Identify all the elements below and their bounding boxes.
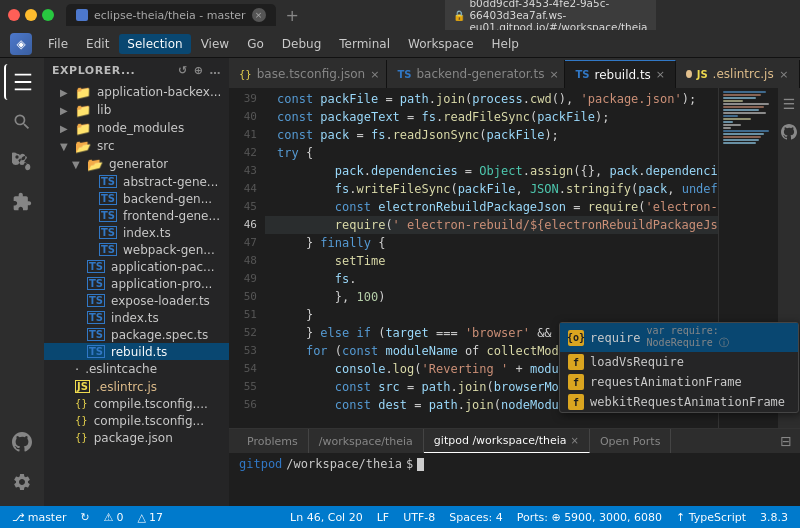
maximize-button[interactable] [42, 9, 54, 21]
status-errors[interactable]: ⚠ 0 [100, 506, 128, 528]
menu-item-debug[interactable]: Debug [274, 34, 329, 54]
tree-item-expose-loader[interactable]: ▶ TS expose-loader.ts [44, 292, 229, 309]
tree-item-label: src [97, 139, 115, 153]
chevron-right-icon: ▶ [60, 105, 72, 116]
tab-base-tsconfig[interactable]: {} base.tsconfig.json × [229, 60, 387, 88]
status-ts-version[interactable]: 3.8.3 [756, 506, 792, 528]
tree-item-label: application-backex... [97, 85, 221, 99]
tree-item-frontend-gen[interactable]: ▶ TS frontend-gene... [44, 207, 229, 224]
panel-tab-ports[interactable]: Open Ports [590, 429, 671, 453]
status-warnings[interactable]: △ 17 [134, 506, 167, 528]
menu-item-view[interactable]: View [193, 34, 237, 54]
tab-close-button[interactable]: × [252, 8, 266, 22]
tree-item-compile1[interactable]: ▶ {} compile.tsconfig.... [44, 395, 229, 412]
menu-item-file[interactable]: File [40, 34, 76, 54]
tab-eslintrc[interactable]: JS .eslintrc.js × [676, 60, 800, 88]
terminal-slash: /workspace/theia [286, 457, 402, 471]
minimap-line [723, 142, 756, 144]
editor-tabs: {} base.tsconfig.json × TS backend-gener… [229, 58, 800, 88]
tree-item-lib[interactable]: ▶ 📁 lib [44, 101, 229, 119]
line-num-54: 54 [229, 360, 257, 378]
tree-item-package-json[interactable]: ▶ {} package.json [44, 429, 229, 446]
line-num-55: 55 [229, 378, 257, 396]
tab-rebuild[interactable]: TS rebuild.ts × [565, 60, 675, 88]
tree-item-eslintrc[interactable]: ▶ JS .eslintrc.js [44, 378, 229, 395]
code-line-46: require(' electron-rebuild/${electronReb… [265, 216, 718, 234]
ts-icon: TS [99, 192, 117, 205]
status-spaces[interactable]: Spaces: 4 [445, 506, 506, 528]
menu-item-go[interactable]: Go [239, 34, 272, 54]
activity-source-control[interactable] [4, 144, 40, 180]
terminal-dollar: $ [406, 457, 413, 471]
tree-item-rebuild[interactable]: ▶ TS rebuild.ts [44, 343, 229, 360]
ac-item-load-vs-require[interactable]: f loadVsRequire [560, 352, 798, 372]
tree-item-label: generator [109, 157, 168, 171]
sidebar-refresh-icon[interactable]: ↺ [178, 64, 188, 77]
github-sidebar-icon[interactable] [781, 120, 797, 147]
ac-item-require[interactable]: {o} require var require: NodeRequire ⓘ [560, 323, 798, 352]
autocomplete-popup[interactable]: {o} require var require: NodeRequire ⓘ f… [559, 322, 799, 413]
status-ports[interactable]: Ports: ⊕ 5900, 3000, 6080 [513, 506, 666, 528]
line-num-43: 43 [229, 162, 257, 180]
ac-item-request-anim[interactable]: f requestAnimationFrame [560, 372, 798, 392]
close-button[interactable] [8, 9, 20, 21]
ts-icon: TS [87, 260, 105, 273]
tree-item-application[interactable]: ▶ 📁 application-backex... [44, 83, 229, 101]
status-typescript[interactable]: ↑ TypeScript [672, 506, 750, 528]
ts-icon: TS [87, 345, 105, 358]
tree-item-eslintcache[interactable]: ▶ · .eslintcache [44, 360, 229, 378]
tab-close-icon[interactable]: × [779, 67, 789, 81]
tab-backend-generator[interactable]: TS backend-generator.ts × [387, 60, 565, 88]
minimap-line [723, 94, 761, 96]
activity-extensions[interactable] [4, 184, 40, 220]
status-sync[interactable]: ↻ [76, 506, 93, 528]
tree-item-generator[interactable]: ▼ 📂 generator [44, 155, 229, 173]
tab-close-icon[interactable]: × [370, 67, 379, 81]
tree-item-index-gen[interactable]: ▶ TS index.ts [44, 224, 229, 241]
sidebar-add-icon[interactable]: ⊕ [194, 64, 204, 77]
browser-tab[interactable]: eclipse-theia/theia - master × [66, 4, 276, 26]
line-num-56: 56 [229, 396, 257, 414]
panel-layout-icon[interactable]: ⊟ [780, 433, 792, 449]
tab-close-icon[interactable]: × [549, 67, 558, 81]
menu-item-workspace[interactable]: Workspace [400, 34, 482, 54]
minimap-line [723, 115, 738, 117]
sidebar-title: EXPLORER... [52, 64, 135, 77]
activity-settings[interactable] [4, 464, 40, 500]
ac-item-webkit-request-anim[interactable]: f webkitRequestAnimationFrame [560, 392, 798, 412]
status-branch[interactable]: ⎇ master [8, 506, 70, 528]
panel-tab-workspace[interactable]: /workspace/theia [309, 429, 424, 453]
tree-item-app-pac[interactable]: ▶ TS application-pac... [44, 258, 229, 275]
tree-item-label: frontend-gene... [123, 209, 220, 223]
panel-tab-gitpod[interactable]: gitpod /workspace/theia × [424, 429, 590, 453]
branch-icon: ⎇ [12, 511, 25, 524]
new-tab-button[interactable]: + [282, 6, 303, 25]
tree-item-abstract-gen[interactable]: ▶ TS abstract-gene... [44, 173, 229, 190]
outline-icon[interactable]: ☰ [783, 92, 796, 116]
panel-tab-close-icon[interactable]: × [571, 435, 579, 446]
tree-item-package-spec[interactable]: ▶ TS package.spec.ts [44, 326, 229, 343]
tree-item-compile2[interactable]: ▶ {} compile.tsconfig... [44, 412, 229, 429]
menu-item-help[interactable]: Help [484, 34, 527, 54]
activity-search[interactable] [4, 104, 40, 140]
status-encoding[interactable]: UTF-8 [399, 506, 439, 528]
menu-item-terminal[interactable]: Terminal [331, 34, 398, 54]
status-position[interactable]: Ln 46, Col 20 [286, 506, 367, 528]
menu-item-edit[interactable]: Edit [78, 34, 117, 54]
menu-item-selection[interactable]: Selection [119, 34, 190, 54]
tab-close-icon[interactable]: × [656, 68, 665, 82]
tree-item-index-src[interactable]: ▶ TS index.ts [44, 309, 229, 326]
tree-item-node-modules[interactable]: ▶ 📁 node_modules [44, 119, 229, 137]
activity-github[interactable] [4, 424, 40, 460]
status-bar: ⎇ master ↻ ⚠ 0 △ 17 Ln 46, Col 20 LF UTF… [0, 506, 800, 528]
activity-explorer[interactable] [4, 64, 40, 100]
sidebar-more-icon[interactable]: … [209, 64, 221, 77]
tree-item-webpack-gen[interactable]: ▶ TS webpack-gen... [44, 241, 229, 258]
status-eol[interactable]: LF [373, 506, 393, 528]
code-line-45: const electronRebuildPackageJson = requi… [265, 198, 718, 216]
tree-item-src[interactable]: ▼ 📂 src [44, 137, 229, 155]
minimize-button[interactable] [25, 9, 37, 21]
tree-item-app-pro[interactable]: ▶ TS application-pro... [44, 275, 229, 292]
panel-tab-problems[interactable]: Problems [237, 429, 309, 453]
tree-item-backend-gen[interactable]: ▶ TS backend-gen... [44, 190, 229, 207]
